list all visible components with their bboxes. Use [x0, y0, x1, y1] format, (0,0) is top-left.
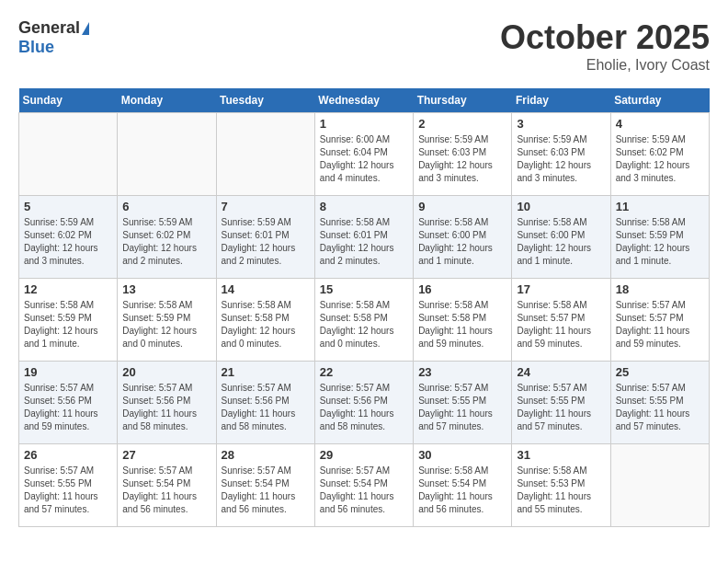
day-number: 24	[517, 365, 605, 379]
weekday-header-thursday: Thursday	[414, 88, 512, 113]
day-number: 31	[517, 448, 605, 462]
calendar-week-row: 5Sunrise: 5:59 AM Sunset: 6:02 PM Daylig…	[19, 196, 710, 279]
calendar-cell: 31Sunrise: 5:58 AM Sunset: 5:53 PM Dayli…	[512, 444, 610, 527]
calendar-cell: 7Sunrise: 5:59 AM Sunset: 6:01 PM Daylig…	[216, 196, 314, 279]
calendar-cell	[216, 113, 314, 196]
calendar-cell: 30Sunrise: 5:58 AM Sunset: 5:54 PM Dayli…	[414, 444, 512, 527]
day-number: 10	[517, 200, 605, 213]
day-number: 12	[24, 282, 112, 296]
page-header: General Blue October 2025 Eholie, Ivory …	[18, 18, 710, 74]
calendar-table: SundayMondayTuesdayWednesdayThursdayFrid…	[18, 88, 710, 527]
day-info: Sunrise: 5:59 AM Sunset: 6:02 PM Dayligh…	[122, 216, 210, 268]
weekday-header-saturday: Saturday	[610, 88, 709, 113]
day-info: Sunrise: 5:57 AM Sunset: 5:56 PM Dayligh…	[222, 382, 310, 433]
day-number: 23	[418, 365, 506, 379]
calendar-week-row: 12Sunrise: 5:58 AM Sunset: 5:59 PM Dayli…	[19, 279, 710, 362]
calendar-cell: 20Sunrise: 5:57 AM Sunset: 5:56 PM Dayli…	[118, 362, 216, 444]
logo-general-text: General	[18, 18, 80, 38]
calendar-cell: 27Sunrise: 5:57 AM Sunset: 5:54 PM Dayli…	[118, 444, 216, 527]
calendar-cell: 11Sunrise: 5:58 AM Sunset: 5:59 PM Dayli…	[610, 196, 709, 279]
day-info: Sunrise: 5:59 AM Sunset: 6:02 PM Dayligh…	[24, 216, 112, 268]
day-info: Sunrise: 5:58 AM Sunset: 6:00 PM Dayligh…	[418, 216, 506, 268]
day-number: 8	[320, 200, 408, 213]
calendar-cell: 18Sunrise: 5:57 AM Sunset: 5:57 PM Dayli…	[610, 279, 709, 362]
day-number: 1	[320, 117, 408, 131]
calendar-week-row: 19Sunrise: 5:57 AM Sunset: 5:56 PM Dayli…	[19, 362, 710, 444]
calendar-cell: 4Sunrise: 5:59 AM Sunset: 6:02 PM Daylig…	[610, 113, 709, 196]
day-info: Sunrise: 5:57 AM Sunset: 5:56 PM Dayligh…	[122, 382, 210, 433]
day-info: Sunrise: 5:57 AM Sunset: 5:54 PM Dayligh…	[320, 465, 408, 516]
day-info: Sunrise: 5:57 AM Sunset: 5:55 PM Dayligh…	[517, 382, 605, 433]
calendar-cell: 5Sunrise: 5:59 AM Sunset: 6:02 PM Daylig…	[19, 196, 118, 279]
calendar-cell: 1Sunrise: 6:00 AM Sunset: 6:04 PM Daylig…	[314, 113, 413, 196]
calendar-cell: 3Sunrise: 5:59 AM Sunset: 6:03 PM Daylig…	[512, 113, 610, 196]
day-info: Sunrise: 5:58 AM Sunset: 5:59 PM Dayligh…	[122, 299, 210, 350]
day-number: 14	[222, 282, 310, 296]
calendar-week-row: 1Sunrise: 6:00 AM Sunset: 6:04 PM Daylig…	[19, 113, 710, 196]
calendar-cell: 6Sunrise: 5:59 AM Sunset: 6:02 PM Daylig…	[118, 196, 216, 279]
day-number: 26	[24, 448, 112, 462]
calendar-cell: 12Sunrise: 5:58 AM Sunset: 5:59 PM Dayli…	[19, 279, 118, 362]
day-info: Sunrise: 5:58 AM Sunset: 5:58 PM Dayligh…	[222, 299, 310, 350]
calendar-cell: 14Sunrise: 5:58 AM Sunset: 5:58 PM Dayli…	[216, 279, 314, 362]
logo: General Blue	[18, 18, 89, 57]
logo-icon	[82, 22, 89, 35]
month-title: October 2025	[500, 18, 710, 57]
day-info: Sunrise: 5:57 AM Sunset: 5:57 PM Dayligh…	[616, 299, 704, 350]
calendar-cell: 24Sunrise: 5:57 AM Sunset: 5:55 PM Dayli…	[512, 362, 610, 444]
calendar-week-row: 26Sunrise: 5:57 AM Sunset: 5:55 PM Dayli…	[19, 444, 710, 527]
day-number: 18	[616, 282, 704, 296]
day-info: Sunrise: 5:57 AM Sunset: 5:56 PM Dayligh…	[320, 382, 408, 433]
calendar-cell: 2Sunrise: 5:59 AM Sunset: 6:03 PM Daylig…	[414, 113, 512, 196]
location-subtitle: Eholie, Ivory Coast	[500, 57, 710, 74]
day-number: 4	[616, 117, 704, 131]
day-info: Sunrise: 5:57 AM Sunset: 5:54 PM Dayligh…	[122, 465, 210, 516]
day-info: Sunrise: 5:57 AM Sunset: 5:55 PM Dayligh…	[418, 382, 506, 433]
calendar-cell: 23Sunrise: 5:57 AM Sunset: 5:55 PM Dayli…	[414, 362, 512, 444]
day-number: 13	[122, 282, 210, 296]
day-number: 5	[24, 200, 112, 213]
day-number: 9	[418, 200, 506, 213]
day-info: Sunrise: 5:58 AM Sunset: 5:53 PM Dayligh…	[517, 465, 605, 516]
day-number: 30	[418, 448, 506, 462]
day-info: Sunrise: 5:58 AM Sunset: 5:57 PM Dayligh…	[517, 299, 605, 350]
calendar-cell: 16Sunrise: 5:58 AM Sunset: 5:58 PM Dayli…	[414, 279, 512, 362]
day-info: Sunrise: 5:58 AM Sunset: 6:01 PM Dayligh…	[320, 216, 408, 268]
day-number: 29	[320, 448, 408, 462]
day-info: Sunrise: 5:58 AM Sunset: 5:59 PM Dayligh…	[616, 216, 704, 268]
weekday-header-monday: Monday	[118, 88, 216, 113]
calendar-cell: 10Sunrise: 5:58 AM Sunset: 6:00 PM Dayli…	[512, 196, 610, 279]
calendar-cell: 26Sunrise: 5:57 AM Sunset: 5:55 PM Dayli…	[19, 444, 118, 527]
day-info: Sunrise: 5:59 AM Sunset: 6:02 PM Dayligh…	[616, 133, 704, 185]
calendar-cell	[610, 444, 709, 527]
day-number: 3	[517, 117, 605, 131]
day-info: Sunrise: 5:57 AM Sunset: 5:54 PM Dayligh…	[222, 465, 310, 516]
day-info: Sunrise: 5:57 AM Sunset: 5:55 PM Dayligh…	[616, 382, 704, 433]
calendar-cell: 28Sunrise: 5:57 AM Sunset: 5:54 PM Dayli…	[216, 444, 314, 527]
calendar-cell: 8Sunrise: 5:58 AM Sunset: 6:01 PM Daylig…	[314, 196, 413, 279]
day-number: 22	[320, 365, 408, 379]
day-number: 25	[616, 365, 704, 379]
day-number: 27	[122, 448, 210, 462]
weekday-header-sunday: Sunday	[19, 88, 118, 113]
calendar-cell	[19, 113, 118, 196]
day-number: 15	[320, 282, 408, 296]
calendar-cell: 21Sunrise: 5:57 AM Sunset: 5:56 PM Dayli…	[216, 362, 314, 444]
logo-blue-text: Blue	[18, 38, 54, 57]
weekday-header-tuesday: Tuesday	[216, 88, 314, 113]
calendar-cell: 17Sunrise: 5:58 AM Sunset: 5:57 PM Dayli…	[512, 279, 610, 362]
day-number: 6	[122, 200, 210, 213]
day-number: 20	[122, 365, 210, 379]
title-area: October 2025 Eholie, Ivory Coast	[500, 18, 710, 74]
calendar-cell: 19Sunrise: 5:57 AM Sunset: 5:56 PM Dayli…	[19, 362, 118, 444]
day-info: Sunrise: 5:59 AM Sunset: 6:03 PM Dayligh…	[418, 133, 506, 185]
day-info: Sunrise: 5:58 AM Sunset: 5:59 PM Dayligh…	[24, 299, 112, 350]
day-number: 2	[418, 117, 506, 131]
day-number: 19	[24, 365, 112, 379]
day-number: 7	[222, 200, 310, 213]
calendar-cell	[118, 113, 216, 196]
day-info: Sunrise: 5:59 AM Sunset: 6:01 PM Dayligh…	[222, 216, 310, 268]
day-info: Sunrise: 5:57 AM Sunset: 5:55 PM Dayligh…	[24, 465, 112, 516]
day-info: Sunrise: 5:58 AM Sunset: 6:00 PM Dayligh…	[517, 216, 605, 268]
calendar-cell: 22Sunrise: 5:57 AM Sunset: 5:56 PM Dayli…	[314, 362, 413, 444]
